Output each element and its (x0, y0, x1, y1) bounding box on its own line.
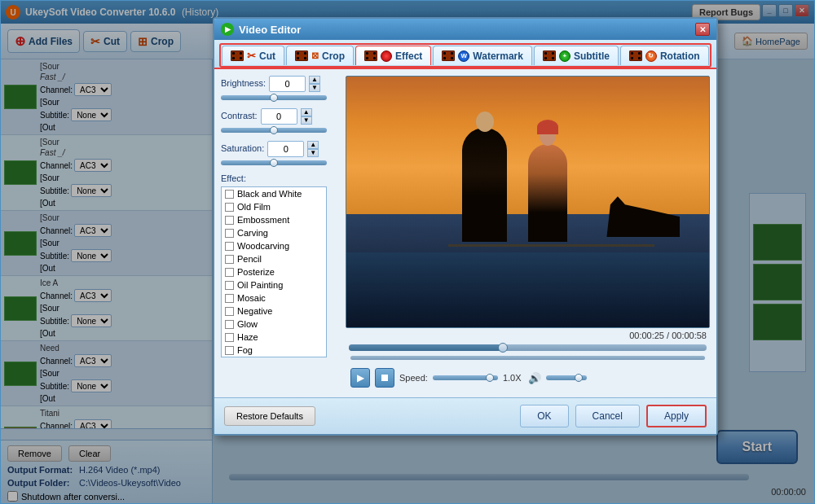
seek-bar[interactable] (349, 344, 707, 351)
speed-value: 1.0X (503, 373, 523, 383)
brightness-input[interactable] (269, 76, 306, 92)
brightness-label: Brightness: (221, 78, 266, 88)
contrast-spin: ▲ ▼ (301, 108, 312, 125)
effect-checkbox[interactable] (225, 307, 234, 316)
subtitle-tab-icon (543, 50, 556, 61)
effect-section: Effect: Black and White Old Film (221, 173, 339, 357)
rotation-tab-icon (629, 50, 642, 61)
effect-checkbox[interactable] (225, 281, 234, 290)
saturation-slider-track[interactable] (221, 160, 327, 165)
effect-item-pencil[interactable]: Pencil (222, 252, 326, 265)
stop-button[interactable] (375, 368, 394, 388)
effect-checkbox[interactable] (225, 268, 234, 277)
footer-action-buttons: OK Cancel Apply (520, 405, 707, 427)
effect-checkbox[interactable] (225, 203, 234, 212)
crop-tab-symbol: ⊠ (311, 50, 319, 61)
seek-bar-container (346, 343, 710, 353)
water-reflection (346, 252, 709, 327)
contrast-down[interactable]: ▼ (301, 116, 312, 125)
tab-watermark[interactable]: W Watermark (433, 46, 532, 65)
tab-rotation[interactable]: ↻ Rotation (620, 46, 709, 65)
saturation-input[interactable] (267, 141, 304, 157)
effect-item-carving[interactable]: Carving (222, 226, 326, 239)
effect-checkbox[interactable] (225, 255, 234, 264)
effect-item-oil-painting[interactable]: Oil Painting (222, 278, 326, 291)
effect-item-mosaic[interactable]: Mosaic (222, 291, 326, 305)
speed-label: Speed: (399, 373, 428, 383)
restore-defaults-button[interactable]: Restore Defaults (224, 406, 315, 426)
tab-effect[interactable]: Effect (355, 46, 431, 65)
saturation-group: Saturation: ▲ ▼ (221, 141, 339, 165)
brightness-slider-thumb[interactable] (270, 94, 278, 102)
effect-item-black-white[interactable]: Black and White (222, 187, 326, 200)
saturation-up[interactable]: ▲ (307, 141, 319, 149)
effect-checkbox[interactable] (225, 333, 234, 342)
video-editor-modal: ▶ Video Editor ✕ ✂ Cut ⊠ Crop (213, 17, 718, 436)
effect-item-embossment[interactable]: Embossment (222, 213, 326, 226)
effect-checkbox[interactable] (225, 320, 234, 329)
tab-cut[interactable]: ✂ Cut (222, 46, 284, 65)
volume-thumb[interactable] (575, 374, 583, 382)
effect-checkbox[interactable] (225, 242, 234, 251)
speed-thumb[interactable] (486, 374, 494, 382)
contrast-input[interactable] (261, 108, 297, 125)
modal-app-icon: ▶ (221, 23, 234, 36)
effect-list[interactable]: Black and White Old Film Embossment (221, 186, 327, 357)
saturation-label: Saturation: (221, 143, 264, 153)
saturation-slider-thumb[interactable] (270, 159, 278, 167)
tab-subtitle[interactable]: + Subtitle (534, 46, 619, 65)
cut-tab-icon (231, 50, 244, 61)
effect-item-motion-blur[interactable]: Motion Blur (222, 357, 326, 357)
contrast-slider-thumb[interactable] (270, 126, 278, 134)
scissors-icon: ✂ (247, 50, 256, 62)
effect-label: Effect: (221, 173, 339, 183)
saturation-down[interactable]: ▼ (307, 149, 319, 157)
effect-item-posterize[interactable]: Posterize (222, 265, 326, 278)
video-preview (346, 76, 710, 328)
effect-checkbox[interactable] (225, 216, 234, 225)
effect-item-fog[interactable]: Fog (222, 344, 326, 357)
figure-jack (462, 128, 507, 242)
effect-item-woodcarving[interactable]: Woodcarving (222, 239, 326, 252)
modal-close-button[interactable]: ✕ (695, 23, 710, 36)
play-button[interactable]: ▶ (350, 368, 370, 388)
rotation-circle-icon: ↻ (645, 50, 657, 62)
modal-body: Brightness: ▲ ▼ (214, 69, 716, 397)
tab-crop[interactable]: ⊠ Crop (286, 46, 354, 65)
effect-checkbox[interactable] (225, 229, 234, 238)
effect-tab-icon (364, 50, 377, 61)
ok-button[interactable]: OK (520, 405, 568, 427)
railing (448, 244, 655, 247)
brightness-spin: ▲ ▼ (309, 76, 320, 92)
figure-rose (528, 144, 567, 242)
modal-overlay: ▶ Video Editor ✕ ✂ Cut ⊠ Crop (1, 1, 814, 503)
brightness-up[interactable]: ▲ (309, 76, 320, 84)
trim-bar[interactable] (350, 356, 705, 360)
stop-icon (381, 375, 388, 381)
brightness-down[interactable]: ▼ (309, 84, 320, 92)
effect-checkbox[interactable] (225, 346, 234, 355)
effect-checkbox[interactable] (225, 294, 234, 303)
modal-title-bar: ▶ Video Editor ✕ (214, 19, 716, 40)
effect-checkbox[interactable] (225, 190, 234, 199)
saturation-spin: ▲ ▼ (307, 141, 319, 157)
modal-footer: Restore Defaults OK Cancel Apply (214, 397, 716, 434)
volume-icon[interactable]: 🔊 (528, 372, 541, 384)
time-display: 00:00:25 / 00:00:58 (346, 328, 710, 343)
effect-item-old-film[interactable]: Old Film (222, 200, 326, 213)
apply-button[interactable]: Apply (646, 405, 707, 427)
contrast-slider-track[interactable] (221, 128, 327, 133)
seek-thumb[interactable] (498, 343, 508, 353)
effect-item-negative[interactable]: Negative (222, 305, 326, 318)
contrast-up[interactable]: ▲ (301, 108, 312, 116)
speed-slider[interactable] (433, 375, 498, 380)
effect-item-glow[interactable]: Glow (222, 318, 326, 331)
contrast-label: Contrast: (221, 111, 258, 121)
cancel-button[interactable]: Cancel (575, 405, 640, 427)
crop-tab-icon (295, 50, 308, 61)
brightness-slider-track[interactable] (221, 95, 327, 100)
volume-slider[interactable] (546, 375, 587, 380)
effect-item-haze[interactable]: Haze (222, 331, 326, 344)
modal-title-text: Video Editor (239, 24, 695, 36)
watermark-circle-icon: W (458, 50, 469, 62)
